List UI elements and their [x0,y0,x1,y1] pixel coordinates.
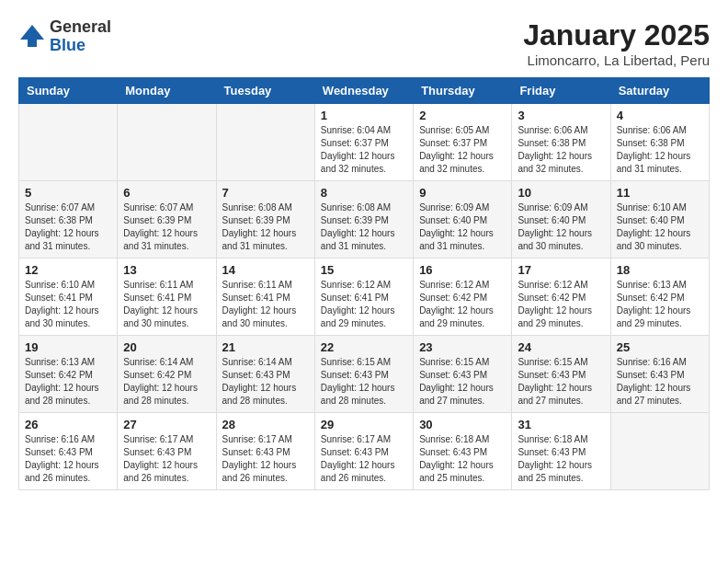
calendar-week-row: 5Sunrise: 6:07 AM Sunset: 6:38 PM Daylig… [19,181,710,259]
logo-general-text: General [50,18,111,37]
day-info: Sunrise: 6:18 AM Sunset: 6:43 PM Dayligh… [419,433,506,485]
day-info: Sunrise: 6:16 AM Sunset: 6:43 PM Dayligh… [25,433,111,485]
day-info: Sunrise: 6:10 AM Sunset: 6:41 PM Dayligh… [25,279,111,330]
calendar-title: January 2025 [523,18,710,52]
calendar-day-cell: 15Sunrise: 6:12 AM Sunset: 6:41 PM Dayli… [314,259,413,336]
calendar-day-cell: 17Sunrise: 6:12 AM Sunset: 6:42 PM Dayli… [512,259,610,336]
calendar-day-cell: 1Sunrise: 6:04 AM Sunset: 6:37 PM Daylig… [314,104,413,181]
calendar-day-cell: 23Sunrise: 6:15 AM Sunset: 6:43 PM Dayli… [414,336,512,413]
day-info: Sunrise: 6:17 AM Sunset: 6:43 PM Dayligh… [321,433,407,485]
calendar-day-cell: 9Sunrise: 6:09 AM Sunset: 6:40 PM Daylig… [414,181,512,259]
day-number: 11 [617,186,703,200]
calendar-subtitle: Limoncarro, La Libertad, Peru [523,52,710,68]
day-info: Sunrise: 6:16 AM Sunset: 6:43 PM Dayligh… [617,356,703,408]
day-number: 21 [222,340,309,354]
day-info: Sunrise: 6:17 AM Sunset: 6:43 PM Dayligh… [123,433,210,485]
calendar-day-cell: 2Sunrise: 6:05 AM Sunset: 6:37 PM Daylig… [414,104,512,181]
calendar-day-cell: 7Sunrise: 6:08 AM Sunset: 6:39 PM Daylig… [216,181,314,259]
calendar-day-cell: 29Sunrise: 6:17 AM Sunset: 6:43 PM Dayli… [314,413,413,490]
day-info: Sunrise: 6:13 AM Sunset: 6:42 PM Dayligh… [25,356,111,408]
day-info: Sunrise: 6:11 AM Sunset: 6:41 PM Dayligh… [222,279,309,330]
day-number: 14 [222,263,309,277]
calendar-week-row: 1Sunrise: 6:04 AM Sunset: 6:37 PM Daylig… [19,104,710,181]
calendar-day-cell: 12Sunrise: 6:10 AM Sunset: 6:41 PM Dayli… [19,259,118,336]
header-wednesday: Wednesday [314,78,413,104]
day-number: 22 [321,340,407,354]
day-number: 26 [25,418,111,431]
header-tuesday: Tuesday [216,78,314,104]
calendar-day-cell: 31Sunrise: 6:18 AM Sunset: 6:43 PM Dayli… [512,413,610,490]
day-info: Sunrise: 6:11 AM Sunset: 6:41 PM Dayligh… [123,279,210,330]
day-info: Sunrise: 6:15 AM Sunset: 6:43 PM Dayligh… [321,356,407,408]
calendar-week-row: 19Sunrise: 6:13 AM Sunset: 6:42 PM Dayli… [19,336,710,413]
day-number: 9 [419,186,506,200]
calendar-day-cell: 6Sunrise: 6:07 AM Sunset: 6:39 PM Daylig… [118,181,216,259]
day-info: Sunrise: 6:06 AM Sunset: 6:38 PM Dayligh… [617,124,703,176]
header-monday: Monday [118,78,216,104]
day-number: 28 [222,418,309,431]
day-info: Sunrise: 6:15 AM Sunset: 6:43 PM Dayligh… [518,356,604,408]
day-number: 5 [25,186,111,200]
calendar-day-cell: 8Sunrise: 6:08 AM Sunset: 6:39 PM Daylig… [314,181,413,259]
day-number: 16 [419,263,506,277]
day-info: Sunrise: 6:13 AM Sunset: 6:42 PM Dayligh… [617,279,703,330]
day-number: 2 [419,109,506,122]
day-info: Sunrise: 6:12 AM Sunset: 6:42 PM Dayligh… [518,279,604,330]
day-info: Sunrise: 6:07 AM Sunset: 6:39 PM Dayligh… [123,201,210,253]
day-number: 18 [617,263,703,277]
header-sunday: Sunday [19,78,118,104]
calendar-day-cell: 25Sunrise: 6:16 AM Sunset: 6:43 PM Dayli… [610,336,709,413]
day-info: Sunrise: 6:15 AM Sunset: 6:43 PM Dayligh… [419,356,506,408]
calendar-day-cell: 21Sunrise: 6:14 AM Sunset: 6:43 PM Dayli… [216,336,314,413]
day-number: 10 [518,186,604,200]
calendar-day-cell: 14Sunrise: 6:11 AM Sunset: 6:41 PM Dayli… [216,259,314,336]
day-number: 12 [25,263,111,277]
logo-icon [18,23,46,51]
day-info: Sunrise: 6:17 AM Sunset: 6:43 PM Dayligh… [222,433,309,485]
calendar-day-cell: 4Sunrise: 6:06 AM Sunset: 6:38 PM Daylig… [610,104,709,181]
day-number: 23 [419,340,506,354]
header-saturday: Saturday [610,78,709,104]
day-info: Sunrise: 6:12 AM Sunset: 6:41 PM Dayligh… [321,279,407,330]
day-info: Sunrise: 6:18 AM Sunset: 6:43 PM Dayligh… [518,433,604,485]
calendar-day-cell: 18Sunrise: 6:13 AM Sunset: 6:42 PM Dayli… [610,259,709,336]
header-friday: Friday [512,78,610,104]
svg-marker-0 [20,25,44,40]
calendar-day-cell: 28Sunrise: 6:17 AM Sunset: 6:43 PM Dayli… [216,413,314,490]
calendar-day-cell: 20Sunrise: 6:14 AM Sunset: 6:42 PM Dayli… [118,336,216,413]
calendar-day-cell: 19Sunrise: 6:13 AM Sunset: 6:42 PM Dayli… [19,336,118,413]
calendar-day-cell: 10Sunrise: 6:09 AM Sunset: 6:40 PM Dayli… [512,181,610,259]
logo-blue-text: Blue [50,37,111,55]
calendar-header-row: SundayMondayTuesdayWednesdayThursdayFrid… [19,78,710,104]
logo: General Blue [18,18,111,55]
calendar-day-cell: 26Sunrise: 6:16 AM Sunset: 6:43 PM Dayli… [19,413,118,490]
day-number: 24 [518,340,604,354]
day-info: Sunrise: 6:14 AM Sunset: 6:43 PM Dayligh… [222,356,309,408]
calendar-empty-cell [216,104,314,181]
day-info: Sunrise: 6:09 AM Sunset: 6:40 PM Dayligh… [518,201,604,253]
calendar-day-cell: 3Sunrise: 6:06 AM Sunset: 6:38 PM Daylig… [512,104,610,181]
header-thursday: Thursday [414,78,512,104]
day-number: 1 [321,109,407,122]
calendar-day-cell: 22Sunrise: 6:15 AM Sunset: 6:43 PM Dayli… [314,336,413,413]
day-number: 19 [25,340,111,354]
day-info: Sunrise: 6:05 AM Sunset: 6:37 PM Dayligh… [419,124,506,176]
calendar-week-row: 12Sunrise: 6:10 AM Sunset: 6:41 PM Dayli… [19,259,710,336]
day-info: Sunrise: 6:04 AM Sunset: 6:37 PM Dayligh… [321,124,407,176]
svg-rect-1 [28,40,37,47]
day-number: 25 [617,340,703,354]
day-number: 17 [518,263,604,277]
day-info: Sunrise: 6:12 AM Sunset: 6:42 PM Dayligh… [419,279,506,330]
calendar-empty-cell [19,104,118,181]
calendar-empty-cell [610,413,709,490]
calendar-day-cell: 30Sunrise: 6:18 AM Sunset: 6:43 PM Dayli… [414,413,512,490]
calendar-day-cell: 13Sunrise: 6:11 AM Sunset: 6:41 PM Dayli… [118,259,216,336]
calendar-empty-cell [118,104,216,181]
day-info: Sunrise: 6:08 AM Sunset: 6:39 PM Dayligh… [222,201,309,253]
day-number: 27 [123,418,210,431]
calendar-day-cell: 5Sunrise: 6:07 AM Sunset: 6:38 PM Daylig… [19,181,118,259]
calendar-table: SundayMondayTuesdayWednesdayThursdayFrid… [18,77,710,490]
day-number: 3 [518,109,604,122]
day-number: 7 [222,186,309,200]
day-info: Sunrise: 6:09 AM Sunset: 6:40 PM Dayligh… [419,201,506,253]
